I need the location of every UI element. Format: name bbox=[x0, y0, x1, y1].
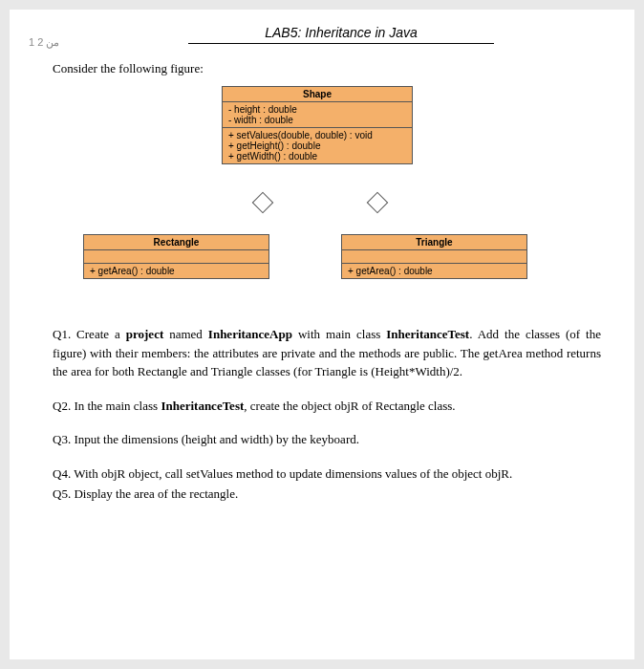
uml-rectangle-operations: + getArea() : double bbox=[84, 264, 268, 278]
uml-triangle-attributes bbox=[342, 250, 526, 264]
uml-attr: - height : double bbox=[228, 104, 406, 115]
question-3: Q3. Input the dimensions (height and wid… bbox=[53, 430, 601, 449]
question-5: Q5. Display the area of the rectangle. bbox=[53, 485, 601, 504]
question-1: Q1. Create a project named InheritanceAp… bbox=[53, 325, 601, 381]
document-page: 1 من 2 LAB5: Inheritance in Java Conside… bbox=[10, 10, 634, 659]
page-indicator: 1 من 2 bbox=[29, 36, 59, 49]
uml-triangle-operations: + getArea() : double bbox=[342, 264, 526, 278]
uml-op: + getHeight() : double bbox=[228, 140, 406, 151]
inheritance-arrow-icon bbox=[367, 192, 389, 214]
intro-text: Consider the following figure: bbox=[53, 61, 606, 76]
title-row: LAB5: Inheritance in Java bbox=[76, 24, 606, 44]
uml-shape-attributes: - height : double - width : double bbox=[223, 102, 412, 128]
q1-text: named bbox=[163, 327, 208, 341]
uml-class-triangle: Triangle + getArea() : double bbox=[341, 234, 527, 279]
question-4: Q4. With objR object, call setValues met… bbox=[53, 464, 601, 484]
q2-text: Q2. In the main class bbox=[53, 399, 161, 413]
uml-op: + setValues(double, double) : void bbox=[228, 130, 406, 140]
uml-shape-operations: + setValues(double, double) : void + get… bbox=[223, 128, 412, 163]
q1-text: with main class bbox=[292, 327, 386, 341]
uml-class-shape: Shape - height : double - width : double… bbox=[222, 86, 413, 164]
q2-text: , create the object objR of Rectangle cl… bbox=[244, 399, 455, 413]
q1-bold: InheritanceApp bbox=[208, 327, 292, 341]
uml-class-rectangle: Rectangle + getArea() : double bbox=[83, 234, 269, 279]
lab-title: LAB5: Inheritance in Java bbox=[188, 25, 494, 44]
uml-diagram: Shape - height : double - width : double… bbox=[54, 86, 590, 306]
uml-attr: - width : double bbox=[228, 115, 406, 125]
uml-shape-title: Shape bbox=[223, 87, 412, 102]
q2-bold: InheritanceTest bbox=[161, 399, 244, 413]
questions-block: Q1. Create a project named InheritanceAp… bbox=[53, 325, 601, 504]
q1-text: Q1. Create a bbox=[53, 327, 126, 341]
question-2: Q2. In the main class InheritanceTest, c… bbox=[53, 397, 601, 416]
uml-op: + getWidth() : double bbox=[228, 151, 406, 162]
uml-triangle-title: Triangle bbox=[342, 235, 526, 250]
uml-op: + getArea() : double bbox=[348, 266, 521, 276]
q1-bold: InheritanceTest bbox=[386, 327, 469, 341]
uml-rectangle-attributes bbox=[84, 250, 268, 264]
q1-bold: project bbox=[126, 327, 163, 341]
inheritance-arrow-icon bbox=[252, 192, 274, 214]
uml-op: + getArea() : double bbox=[90, 266, 263, 276]
uml-rectangle-title: Rectangle bbox=[84, 235, 268, 250]
